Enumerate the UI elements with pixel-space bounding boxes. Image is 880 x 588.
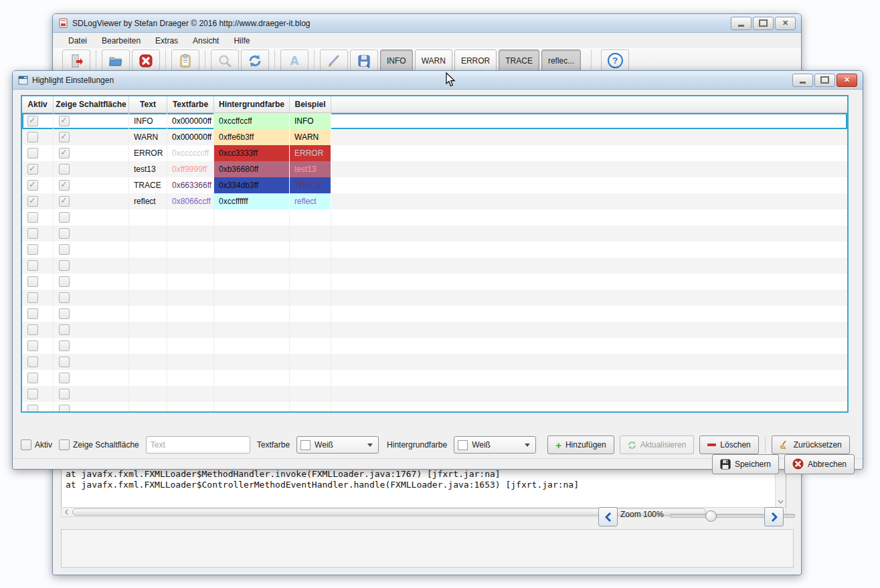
- zeige-checkbox[interactable]: [59, 292, 70, 303]
- table-row[interactable]: [22, 386, 847, 402]
- search-button[interactable]: [211, 50, 239, 72]
- close-button[interactable]: ✕: [775, 17, 796, 30]
- zeige-checkbox[interactable]: [59, 308, 70, 319]
- help-button[interactable]: ?: [601, 50, 629, 72]
- aktiv-checkbox[interactable]: [27, 244, 38, 255]
- minimize-button[interactable]: [731, 17, 752, 30]
- zoom-out-button[interactable]: [598, 507, 618, 526]
- table-row[interactable]: test13 0xff9999ff 0xb36680ff test13: [22, 161, 847, 177]
- aktiv-checkbox-input[interactable]: [21, 439, 31, 450]
- toggle-trace[interactable]: TRACE: [499, 50, 539, 72]
- zeige-checkbox[interactable]: [59, 260, 70, 271]
- table-row[interactable]: [22, 225, 847, 241]
- menu-bearbeiten[interactable]: Bearbeiten: [96, 34, 147, 47]
- zeige-checkbox[interactable]: [59, 132, 70, 142]
- dialog-maximize-button[interactable]: [814, 74, 835, 87]
- table-row[interactable]: WARN 0x000000ff 0xffe6b3ff WARN: [22, 129, 847, 145]
- table-row[interactable]: [22, 209, 847, 225]
- aktiv-checkbox[interactable]: [27, 228, 38, 239]
- aktiv-checkbox[interactable]: [27, 148, 38, 159]
- zeige-checkbox[interactable]: [59, 373, 70, 383]
- aktiv-checkbox[interactable]: [27, 132, 38, 142]
- text-input[interactable]: Text: [146, 436, 250, 454]
- column-zeige-schaltflaeche[interactable]: Zeige Schaltfläche: [54, 96, 129, 112]
- zeige-checkbox[interactable]: [59, 212, 70, 223]
- log-area[interactable]: at javafx.fxml.FXMLLoader$MethodHandler.…: [61, 465, 786, 508]
- dialog-close-button[interactable]: ✕: [837, 74, 857, 87]
- table-row[interactable]: [22, 274, 847, 290]
- reset-button[interactable]: Zurücksetzen: [772, 435, 850, 454]
- aktiv-checkbox[interactable]: [27, 212, 38, 223]
- zeige-checkbox[interactable]: [59, 148, 70, 159]
- zeige-checkbox[interactable]: [59, 164, 70, 175]
- column-aktiv[interactable]: Aktiv: [22, 96, 54, 112]
- table-row[interactable]: [22, 290, 847, 306]
- clear-button[interactable]: [132, 50, 160, 72]
- aktiv-checkbox[interactable]: [27, 373, 38, 383]
- refresh-button[interactable]: [241, 50, 269, 72]
- textfarbe-select[interactable]: Weiß: [296, 436, 379, 454]
- aktiv-checkbox[interactable]: [27, 389, 38, 399]
- zeige-checkbox[interactable]: [59, 340, 70, 351]
- aktiv-checkbox[interactable]: [27, 276, 38, 287]
- menu-ansicht[interactable]: Ansicht: [187, 34, 225, 47]
- maximize-button[interactable]: [753, 17, 774, 30]
- table-row[interactable]: [22, 354, 847, 370]
- table-row[interactable]: [22, 258, 847, 274]
- aktiv-checkbox[interactable]: [27, 196, 38, 207]
- dialog-titlebar[interactable]: Highlight Einstellungen ✕: [13, 71, 863, 90]
- column-hintergrundfarbe[interactable]: Hintergrundfarbe: [214, 96, 290, 112]
- update-button[interactable]: Aktualisieren: [620, 435, 695, 454]
- toggle-info[interactable]: INFO: [380, 50, 413, 72]
- main-titlebar[interactable]: SDLogViewer by Stefan Draeger © 2016 htt…: [53, 14, 801, 33]
- edit-button[interactable]: [320, 50, 348, 72]
- aktiv-checkbox[interactable]: [27, 116, 38, 126]
- dialog-minimize-button[interactable]: [792, 74, 813, 87]
- aktiv-checkbox[interactable]: [27, 357, 38, 367]
- table-row[interactable]: ERROR 0xccccccff 0xcc3333ff ERROR: [22, 145, 847, 161]
- toggle-error[interactable]: ERROR: [454, 50, 497, 72]
- table-row[interactable]: [22, 241, 847, 258]
- zeige-checkbox[interactable]: [59, 324, 70, 335]
- menu-hilfe[interactable]: Hilfe: [228, 34, 256, 47]
- zeige-checkbox-input[interactable]: [59, 439, 70, 450]
- zoom-slider-thumb[interactable]: [705, 510, 717, 522]
- open-button[interactable]: [102, 50, 130, 72]
- zeige-checkbox[interactable]: [59, 405, 70, 413]
- aktiv-checkbox[interactable]: [27, 340, 38, 351]
- zeige-checkbox[interactable]: [59, 357, 70, 367]
- table-row[interactable]: [22, 306, 847, 322]
- exit-button[interactable]: [62, 50, 90, 72]
- zeige-checkbox[interactable]: [59, 180, 70, 191]
- highlight-table[interactable]: Aktiv Zeige Schaltfläche Text Textfarbe …: [21, 95, 849, 413]
- aktiv-checkbox[interactable]: [27, 405, 38, 413]
- column-text[interactable]: Text: [129, 96, 167, 112]
- hintergrundfarbe-select[interactable]: Weiß: [454, 436, 536, 454]
- menu-extras[interactable]: Extras: [149, 34, 184, 47]
- zeige-checkbox[interactable]: [59, 116, 70, 126]
- zeige-checkbox[interactable]: [59, 276, 70, 287]
- zeige-checkbox[interactable]: [59, 196, 70, 207]
- table-row[interactable]: [22, 338, 847, 354]
- column-beispiel[interactable]: Beispiel: [290, 96, 331, 112]
- aktiv-checkbox[interactable]: [27, 292, 38, 303]
- scroll-down-icon[interactable]: [776, 497, 786, 506]
- toggle-reflect[interactable]: reflec...: [541, 50, 581, 72]
- table-row[interactable]: [22, 370, 847, 386]
- table-row[interactable]: INFO 0x000000ff 0xccffccff INFO: [22, 113, 847, 129]
- aktiv-checkbox[interactable]: [27, 164, 38, 175]
- zeige-checkbox[interactable]: [59, 244, 70, 255]
- menu-datei[interactable]: Datei: [62, 34, 93, 47]
- table-row[interactable]: [22, 322, 847, 338]
- cancel-button[interactable]: Abbrechen: [784, 454, 855, 474]
- table-row[interactable]: TRACE 0x663366ff 0x334db3ff TRACE: [22, 177, 847, 193]
- save-log-button[interactable]: [350, 50, 378, 72]
- zoom-in-button[interactable]: [764, 507, 784, 526]
- paste-button[interactable]: [171, 50, 199, 72]
- zeige-checkbox[interactable]: [59, 389, 70, 399]
- column-textfarbe[interactable]: Textfarbe: [167, 96, 214, 112]
- aktiv-checkbox[interactable]: [27, 180, 38, 191]
- add-button[interactable]: + Hinzufügen: [547, 435, 614, 454]
- save-button[interactable]: Speichern: [712, 454, 779, 474]
- toggle-warn[interactable]: WARN: [415, 50, 452, 72]
